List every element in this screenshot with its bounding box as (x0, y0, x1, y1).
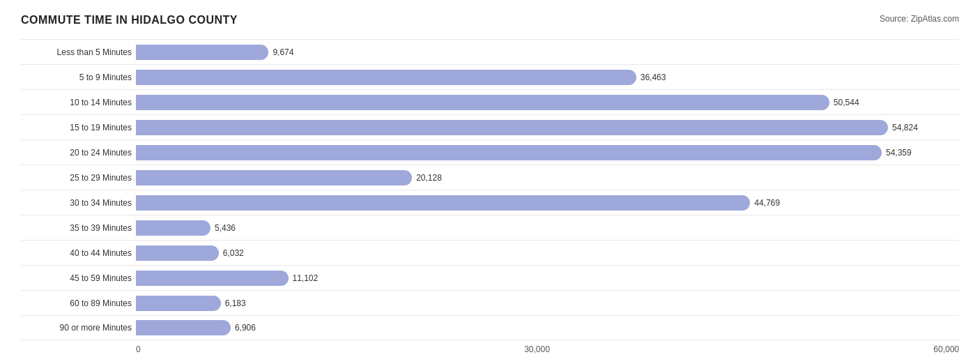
bar (136, 271, 289, 286)
bar-value: 6,906 (235, 323, 256, 333)
bar-container: 54,359 (136, 140, 959, 165)
bar-container: 6,183 (136, 291, 959, 315)
bar-row: 15 to 19 Minutes54,824 (21, 114, 959, 139)
bar-row: 45 to 59 Minutes11,102 (21, 265, 959, 290)
bar-value: 6,032 (223, 248, 244, 258)
bar-label: 25 to 29 Minutes (21, 173, 136, 183)
bar-row: 10 to 14 Minutes50,544 (21, 89, 959, 114)
bar-label: 30 to 34 Minutes (21, 198, 136, 208)
bar-label: 40 to 44 Minutes (21, 248, 136, 258)
bar-container: 11,102 (136, 266, 959, 290)
bar-container: 20,128 (136, 165, 959, 190)
bar (136, 145, 882, 160)
bar-row: 35 to 39 Minutes5,436 (21, 215, 959, 240)
bar-value: 54,359 (886, 148, 912, 158)
bar-value: 5,436 (215, 223, 236, 233)
bar-container: 36,463 (136, 65, 959, 89)
bar-label: 35 to 39 Minutes (21, 223, 136, 233)
bar-label: 5 to 9 Minutes (21, 73, 136, 82)
bar (136, 70, 636, 85)
bar (136, 170, 412, 185)
bar-container: 9,674 (136, 40, 959, 64)
bar-value: 54,824 (892, 123, 918, 132)
bar-value: 20,128 (416, 173, 442, 183)
bar (136, 296, 221, 311)
bar-row: 5 to 9 Minutes36,463 (21, 64, 959, 89)
bar-value: 6,183 (225, 298, 246, 308)
bar-value: 44,769 (754, 198, 780, 208)
bar-label: 10 to 14 Minutes (21, 98, 136, 107)
bar (136, 95, 829, 110)
bar-container: 5,436 (136, 215, 959, 240)
bar (136, 220, 210, 236)
bar (136, 245, 219, 261)
bar-container: 6,032 (136, 241, 959, 265)
bar-row: 60 to 89 Minutes6,183 (21, 290, 959, 315)
x-tick: 0 (136, 344, 141, 354)
chart-area: Less than 5 Minutes9,6745 to 9 Minutes36… (21, 39, 959, 340)
x-axis-inner: 030,00060,000 (136, 344, 959, 354)
bar (136, 195, 750, 211)
chart-source: Source: ZipAtlas.com (880, 14, 959, 24)
x-axis: 030,00060,000 (21, 344, 959, 354)
x-tick: 30,000 (524, 344, 550, 354)
bar (136, 320, 231, 335)
bar-label: 15 to 19 Minutes (21, 123, 136, 132)
x-tick: 60,000 (933, 344, 959, 354)
bar-label: 60 to 89 Minutes (21, 298, 136, 308)
chart-wrapper: COMMUTE TIME IN HIDALGO COUNTY Source: Z… (21, 14, 959, 354)
chart-header: COMMUTE TIME IN HIDALGO COUNTY Source: Z… (21, 14, 959, 26)
bar-label: 20 to 24 Minutes (21, 148, 136, 158)
bar-value: 11,102 (293, 273, 319, 283)
bar-label: Less than 5 Minutes (21, 47, 136, 57)
bar-label: 45 to 59 Minutes (21, 273, 136, 283)
chart-title: COMMUTE TIME IN HIDALGO COUNTY (21, 14, 238, 26)
bar-value: 9,674 (273, 47, 293, 57)
bar-container: 54,824 (136, 115, 959, 139)
bar (136, 120, 888, 135)
bar-container: 44,769 (136, 190, 959, 215)
bar-container: 50,544 (136, 90, 959, 114)
bar-value: 36,463 (641, 73, 666, 82)
bar-row: 90 or more Minutes6,906 (21, 315, 959, 340)
bar-row: 40 to 44 Minutes6,032 (21, 240, 959, 265)
bar (136, 45, 268, 60)
bar-row: Less than 5 Minutes9,674 (21, 39, 959, 64)
bar-row: 25 to 29 Minutes20,128 (21, 165, 959, 190)
bar-row: 20 to 24 Minutes54,359 (21, 139, 959, 165)
bar-value: 50,544 (834, 98, 859, 107)
bar-container: 6,906 (136, 316, 959, 340)
bar-row: 30 to 34 Minutes44,769 (21, 190, 959, 215)
bar-label: 90 or more Minutes (21, 323, 136, 333)
